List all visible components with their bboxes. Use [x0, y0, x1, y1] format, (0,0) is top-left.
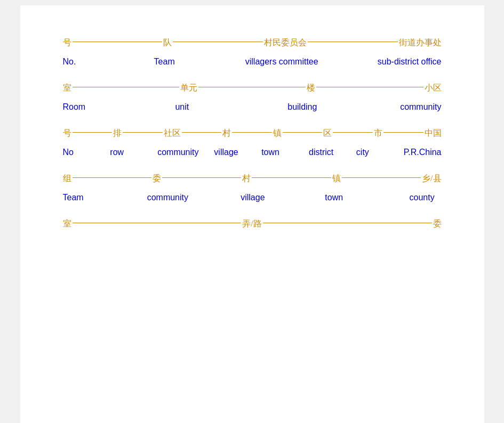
ch-1-4: 街道办事处 — [399, 37, 442, 48]
english-row-1: No. Team villagers committee sub-distric… — [63, 57, 442, 67]
en-3-6: district — [309, 148, 341, 157]
row-group-3: 号 排 社区 村 镇 区 市 中国 No row community villa… — [63, 128, 442, 157]
row-group-4: 组 委 村 镇 乡/县 Team community village town … — [63, 173, 442, 202]
en-4-3: village — [241, 193, 273, 202]
row-group-1: 号 队 村民委员会 街道办事处 No. Team villagers commi… — [63, 37, 442, 67]
ch-3-3: 社区 — [164, 128, 181, 139]
ch-3-1: 号 — [63, 128, 71, 139]
line-2-3 — [316, 87, 423, 87]
chinese-row-4: 组 委 村 镇 乡/县 — [63, 173, 442, 184]
line-1-1 — [73, 42, 163, 42]
line-1-3 — [308, 42, 398, 42]
ch-2-4: 小区 — [425, 83, 442, 94]
ch-1-3: 村民委员会 — [264, 37, 307, 48]
line-3-2 — [123, 132, 163, 133]
chinese-row-1: 号 队 村民委员会 街道办事处 — [63, 37, 442, 48]
line-3-3 — [182, 132, 222, 133]
en-4-1: Team — [63, 193, 95, 202]
row-group-2: 室 单元 楼 小区 Room unit building community — [63, 83, 442, 112]
line-5-2 — [263, 223, 432, 223]
chinese-row-3: 号 排 社区 村 镇 区 市 中国 — [63, 128, 442, 139]
ch-3-6: 区 — [323, 128, 332, 139]
line-4-1 — [73, 177, 151, 178]
en-1-3: villagers committee — [245, 57, 318, 67]
ch-1-2: 队 — [163, 37, 172, 48]
line-4-3 — [252, 177, 331, 178]
line-5-1 — [73, 223, 242, 223]
ch-5-1: 室 — [63, 218, 71, 230]
ch-2-2: 单元 — [180, 83, 197, 94]
line-3-1 — [73, 132, 113, 133]
row-group-5: 室 弄/路 委 — [63, 218, 442, 230]
line-2-2 — [198, 87, 306, 87]
en-1-4: sub-district office — [378, 57, 442, 67]
en-2-1: Room — [63, 102, 95, 112]
ch-3-8: 中国 — [425, 128, 442, 139]
en-4-2: community — [147, 193, 188, 202]
line-3-4 — [232, 132, 272, 133]
ch-4-4: 镇 — [332, 173, 341, 184]
chinese-row-2: 室 单元 楼 小区 — [63, 83, 442, 94]
line-4-4 — [342, 177, 421, 178]
chinese-row-5: 室 弄/路 委 — [63, 218, 442, 230]
ch-4-3: 村 — [242, 173, 251, 184]
en-3-4: village — [214, 148, 246, 157]
ch-3-7: 市 — [374, 128, 382, 139]
line-4-2 — [162, 177, 241, 178]
en-4-5: county — [409, 193, 441, 202]
ch-4-5: 乡/县 — [422, 173, 441, 184]
en-3-1: No — [63, 148, 95, 157]
en-2-2: unit — [175, 102, 207, 112]
ch-4-1: 组 — [63, 173, 71, 184]
ch-2-3: 楼 — [307, 83, 315, 94]
english-row-3: No row community village town district c… — [63, 148, 442, 157]
line-2-1 — [73, 87, 180, 87]
en-3-8: P.R.China — [404, 148, 442, 157]
ch-1-1: 号 — [63, 37, 71, 48]
main-page: 号 队 村民委员会 街道办事处 No. Team villagers commi… — [20, 5, 484, 423]
ch-3-4: 村 — [222, 128, 231, 139]
line-3-7 — [383, 132, 423, 133]
english-row-4: Team community village town county — [63, 193, 442, 202]
en-3-5: town — [261, 148, 293, 157]
ch-3-2: 排 — [113, 128, 122, 139]
ch-3-5: 镇 — [273, 128, 282, 139]
en-3-3: community — [157, 148, 198, 157]
ch-5-3: 委 — [433, 218, 442, 230]
en-2-4: community — [400, 102, 441, 112]
en-3-7: city — [356, 148, 388, 157]
ch-4-2: 委 — [153, 173, 161, 184]
line-1-2 — [173, 42, 263, 42]
en-1-2: Team — [154, 57, 186, 67]
english-row-2: Room unit building community — [63, 102, 442, 112]
en-1-1: No. — [63, 57, 95, 67]
ch-5-2: 弄/路 — [242, 218, 261, 230]
en-2-3: building — [287, 102, 319, 112]
ch-2-1: 室 — [63, 83, 71, 94]
en-3-2: row — [110, 148, 142, 157]
line-3-6 — [333, 132, 373, 133]
line-3-5 — [283, 132, 323, 133]
en-4-4: town — [325, 193, 357, 202]
